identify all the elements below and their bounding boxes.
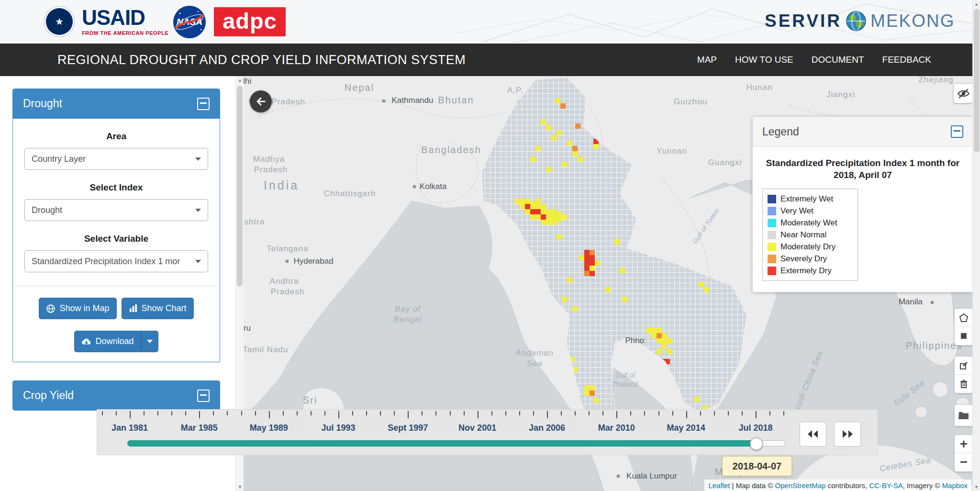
timeline-control: Jan 1981Mar 1985May 1989Jul 1993Sept 199…	[97, 409, 878, 455]
nav-item-document[interactable]: DOCUMENT	[812, 55, 864, 65]
nav-item-map[interactable]: MAP	[697, 55, 717, 65]
show-in-map-button[interactable]: Show in Map	[39, 298, 116, 319]
scroll-down-icon[interactable]: ▼	[973, 483, 980, 491]
chevron-down-icon	[195, 209, 201, 212]
raster-cell	[614, 239, 620, 245]
timeline-major-tick	[616, 411, 617, 418]
scroll-up-icon[interactable]: ▲	[236, 76, 244, 84]
timeline-major-tick	[686, 411, 687, 418]
timeline-date-tooltip: 2018-04-07	[722, 456, 792, 476]
legend-item: Near Normal	[768, 229, 853, 241]
delete-layers-button[interactable]	[955, 375, 973, 393]
raster-cell	[590, 271, 595, 276]
legend-item: Extermely Dry	[768, 265, 853, 277]
legend-collapse-icon[interactable]	[951, 125, 963, 138]
attribution-text: , Imagery ©	[903, 481, 942, 490]
legend-title: Legend	[762, 125, 799, 138]
sidebar-scroll-thumb[interactable]	[237, 86, 243, 287]
drought-panel-header[interactable]: Drought	[12, 89, 220, 119]
raster-cell	[551, 214, 557, 220]
attribution-link[interactable]: CC-BY-SA	[869, 481, 902, 490]
raster-cell	[530, 214, 535, 220]
raster-cell	[551, 220, 557, 225]
legend-swatch	[768, 207, 776, 215]
map-label: Hyderabad	[293, 257, 333, 266]
legend-header: Legend	[753, 117, 973, 147]
download-menu-button[interactable]	[141, 331, 158, 352]
raster-cell	[546, 209, 551, 214]
raster-cell	[530, 156, 535, 162]
sidebar-collapse-button[interactable]	[250, 90, 272, 112]
timeline-minor-tick	[575, 411, 576, 415]
timeline-minor-tick	[171, 411, 172, 415]
area-select[interactable]: Country Layer	[24, 148, 208, 170]
map-label: Thailand	[612, 380, 638, 388]
usaid-logo: ★ USAID FROM THE AMERICAN PEOPLE	[44, 6, 168, 37]
nav-item-feedback[interactable]: FEEDBACK	[882, 55, 931, 65]
index-select[interactable]: Drought	[24, 199, 208, 221]
map-label: Telangana	[267, 244, 308, 254]
raster-cell	[525, 204, 530, 209]
scroll-down-icon[interactable]: ▼	[236, 483, 244, 491]
timeline-label: Sept 1997	[388, 423, 428, 433]
timeline-label: Mar 1985	[181, 423, 218, 433]
download-row: Download	[24, 331, 208, 352]
timeline-minor-tick	[311, 411, 312, 415]
raster-cell	[514, 199, 520, 204]
timeline-minor-tick	[144, 411, 145, 415]
page-scroll-thumb[interactable]	[974, 9, 980, 152]
map-label: Jiangxi	[826, 90, 855, 100]
show-chart-button[interactable]: Show Chart	[122, 298, 194, 319]
map-label: Bangladesh	[421, 145, 481, 156]
zoom-in-button[interactable]: +	[955, 435, 973, 453]
attribution-link[interactable]: OpenStreetMap	[775, 481, 826, 490]
variable-select[interactable]: Standardized Precipitation Index 1 mor	[24, 250, 208, 272]
raster-cell	[551, 209, 557, 214]
page-scrollbar[interactable]: ▲ ▼	[972, 0, 980, 491]
raster-cell	[590, 255, 595, 260]
show-in-map-label: Show in Map	[59, 303, 109, 313]
usaid-title: USAID	[82, 7, 168, 28]
crop-yield-panel-title: Crop Yield	[23, 389, 74, 402]
city-dot	[617, 475, 620, 478]
map-attribution: Leaflet | Map data © OpenStreetMap contr…	[704, 480, 971, 491]
crop-yield-panel-header[interactable]: Crop Yield	[12, 380, 220, 411]
timeline-label: May 1989	[250, 423, 288, 433]
timeline-minor-tick	[283, 411, 284, 415]
servir-mekong-logo: SERVIR MEKONG	[765, 11, 955, 31]
legend-panel: Legend Standardized Precipitation Index …	[752, 116, 973, 292]
edit-layers-button[interactable]	[955, 357, 973, 375]
crop-yield-collapse-icon[interactable]	[197, 390, 210, 402]
raster-cell	[704, 287, 709, 292]
raster-cell	[557, 212, 562, 217]
download-button[interactable]: Download	[74, 331, 141, 352]
map-label: Zhejiang	[918, 76, 953, 85]
raster-cell	[590, 385, 595, 391]
nav-item-how-to-use[interactable]: HOW TO USE	[735, 55, 793, 65]
timeline-back-button[interactable]	[800, 422, 826, 446]
raster-cell	[593, 398, 599, 403]
scroll-up-icon[interactable]: ▲	[973, 0, 980, 8]
bar-chart-icon	[129, 304, 138, 313]
rewind-icon	[807, 429, 819, 439]
toggle-controls-button[interactable]	[953, 83, 973, 103]
raster-cell	[525, 199, 530, 204]
drought-collapse-icon[interactable]	[197, 98, 210, 110]
draw-polygon-button[interactable]	[955, 309, 973, 327]
map-label: Phno	[625, 336, 644, 346]
plus-icon: +	[960, 437, 968, 451]
open-layers-button[interactable]	[955, 405, 973, 426]
map-label: Yunnan	[657, 146, 687, 156]
zoom-out-button[interactable]: −	[955, 453, 973, 471]
timeline-forward-button[interactable]	[834, 422, 861, 446]
timeline-minor-tick	[533, 411, 534, 415]
raster-cell	[541, 209, 546, 214]
draw-rectangle-button[interactable]	[955, 327, 973, 345]
raster-cell	[572, 306, 578, 312]
attribution-link[interactable]: Leaflet	[708, 481, 730, 490]
adpc-logo: adpc	[214, 7, 286, 36]
map-label: Bhutan	[438, 95, 474, 106]
raster-cell	[535, 209, 541, 214]
attribution-link[interactable]: Mapbox	[942, 481, 968, 490]
timeline-slider-handle[interactable]	[750, 437, 763, 450]
